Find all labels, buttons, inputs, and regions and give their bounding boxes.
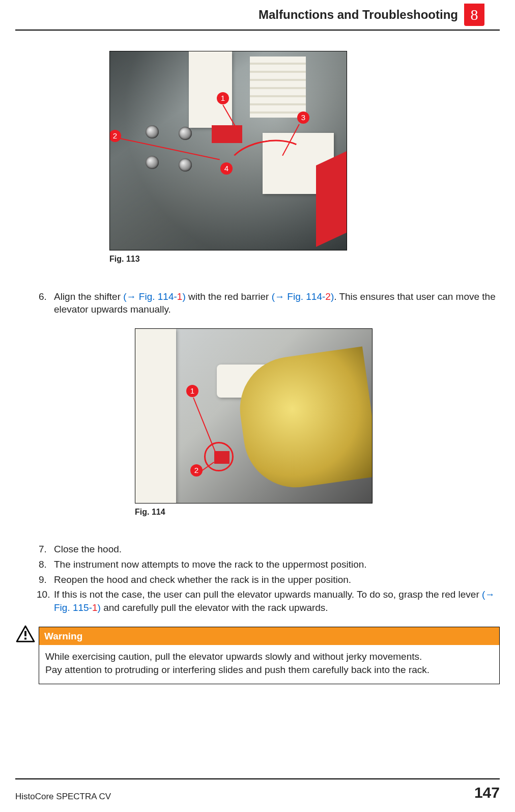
warning-icon bbox=[16, 625, 35, 642]
fig114-callout-1: 1 bbox=[186, 385, 198, 397]
fig113-callout-3: 3 bbox=[297, 111, 309, 124]
figure-114-caption: Fig. 114 bbox=[135, 507, 500, 518]
step-number: 10. bbox=[37, 588, 54, 614]
step-text: Close the hood. bbox=[54, 543, 500, 556]
section-title: Malfunctions and Troubleshooting bbox=[259, 7, 458, 23]
cross-ref: (→ Fig. 114-1) bbox=[123, 291, 186, 302]
step-text: Align the shifter (→ Fig. 114-1) with th… bbox=[54, 290, 500, 316]
step-9: 9. Reopen the hood and check whether the… bbox=[39, 573, 500, 586]
warning-line: While exercising caution, pull the eleva… bbox=[45, 650, 493, 663]
page-footer: HistoCore SPECTRA CV 147 bbox=[15, 778, 500, 803]
figure-113-image: 1 2 3 4 bbox=[109, 51, 347, 250]
warning-line: Pay attention to protruding or interferi… bbox=[45, 663, 493, 677]
chapter-number: 8 bbox=[471, 5, 478, 25]
step-10: 10. If this is not the case, the user ca… bbox=[39, 588, 500, 614]
product-name: HistoCore SPECTRA CV bbox=[15, 791, 111, 803]
warning-header: Warning bbox=[39, 627, 499, 646]
svg-rect-1 bbox=[24, 631, 26, 636]
step-number: 7. bbox=[39, 543, 54, 556]
warning-box: Warning While exercising caution, pull t… bbox=[39, 627, 500, 684]
figure-113-caption: Fig. 113 bbox=[109, 254, 500, 265]
step-7: 7. Close the hood. bbox=[39, 543, 500, 556]
figure-114: 1 2 Fig. 114 bbox=[135, 328, 500, 518]
page-header: Malfunctions and Troubleshooting 8 bbox=[15, 0, 500, 31]
fig113-callout-1: 1 bbox=[217, 92, 229, 104]
page-number: 147 bbox=[474, 782, 500, 803]
step-6-block: 6. Align the shifter (→ Fig. 114-1) with… bbox=[15, 290, 500, 316]
step-6: 6. Align the shifter (→ Fig. 114-1) with… bbox=[39, 290, 500, 316]
page-content: 1 2 3 4 Fig. 113 6. Align the shifter (→… bbox=[15, 51, 500, 684]
step-number: 9. bbox=[39, 573, 54, 586]
figure-114-image: 1 2 bbox=[135, 328, 373, 503]
step-number: 6. bbox=[39, 290, 54, 316]
figure-113: 1 2 3 4 Fig. 113 bbox=[109, 51, 500, 265]
cross-ref: (→ Fig. 114-2) bbox=[272, 291, 334, 302]
step-number: 8. bbox=[39, 558, 54, 571]
steps-7-10: 7. Close the hood. 8. The instrument now… bbox=[15, 543, 500, 614]
fig113-callout-2: 2 bbox=[109, 130, 121, 142]
svg-rect-2 bbox=[24, 637, 26, 639]
step-text: If this is not the case, the user can pu… bbox=[54, 588, 500, 614]
step-text: Reopen the hood and check whether the ra… bbox=[54, 573, 500, 586]
warning-body: While exercising caution, pull the eleva… bbox=[39, 645, 499, 683]
step-8: 8. The instrument now attempts to move t… bbox=[39, 558, 500, 571]
step-text: The instrument now attempts to move the … bbox=[54, 558, 500, 571]
chapter-number-badge: 8 bbox=[464, 4, 484, 26]
